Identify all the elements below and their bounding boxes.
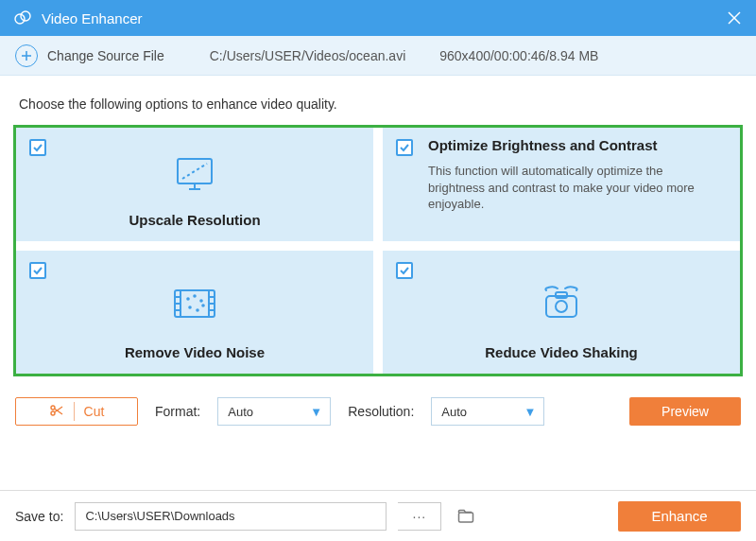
cut-divider xyxy=(74,402,75,421)
checkbox-noise[interactable] xyxy=(29,262,46,279)
noise-icon xyxy=(33,262,356,344)
checkbox-optimize[interactable] xyxy=(396,139,413,156)
resolution-label: Resolution: xyxy=(348,404,414,419)
svg-point-27 xyxy=(556,301,567,312)
checkbox-upscale[interactable] xyxy=(29,139,46,156)
source-file-path: C:/Users/USER/Videos/ocean.avi xyxy=(210,48,406,63)
app-title: Video Enhancer xyxy=(42,10,142,26)
shaking-icon xyxy=(400,262,723,344)
preview-label: Preview xyxy=(662,404,709,419)
option-optimize-desc: This function will automatically optimiz… xyxy=(428,163,723,213)
caret-down-icon: ▼ xyxy=(310,405,322,419)
open-folder-button[interactable] xyxy=(453,503,479,530)
format-value: Auto xyxy=(228,405,253,419)
svg-point-23 xyxy=(197,309,198,311)
add-source-button[interactable] xyxy=(15,44,38,67)
titlebar: Video Enhancer xyxy=(0,0,756,36)
option-optimize-title: Optimize Brightness and Contrast xyxy=(428,137,723,157)
controls-row: Cut Format: Auto ▼ Resolution: Auto ▼ Pr… xyxy=(0,376,756,426)
source-bar: Change Source File C:/Users/USER/Videos/… xyxy=(0,36,756,76)
option-remove-noise[interactable]: Remove Video Noise xyxy=(16,251,373,374)
preview-button[interactable]: Preview xyxy=(629,397,741,426)
svg-point-0 xyxy=(15,14,25,24)
svg-rect-6 xyxy=(178,159,212,183)
svg-line-7 xyxy=(182,164,207,179)
bottom-bar: Save to: C:\Users\USER\Downloads ··· Enh… xyxy=(0,490,756,541)
close-button[interactable] xyxy=(726,9,743,26)
option-upscale-title: Upscale Resolution xyxy=(33,212,356,232)
checkbox-shaking[interactable] xyxy=(396,262,413,279)
save-path-value: C:\Users\USER\Downloads xyxy=(85,509,234,523)
browse-label: ··· xyxy=(413,509,427,524)
format-label: Format: xyxy=(155,404,200,419)
options-highlight-frame: Upscale Resolution Optimize Brightness a… xyxy=(13,125,743,376)
svg-point-1 xyxy=(21,11,30,21)
svg-rect-25 xyxy=(546,296,576,317)
save-path-field[interactable]: C:\Users\USER\Downloads xyxy=(75,502,387,531)
enhance-button[interactable]: Enhance xyxy=(618,501,741,532)
saveto-label: Save to: xyxy=(15,509,63,524)
svg-point-22 xyxy=(189,306,191,308)
svg-point-20 xyxy=(194,295,196,297)
instruction-text: Choose the following options to enhance … xyxy=(0,76,756,125)
option-optimize-brightness[interactable]: Optimize Brightness and Contrast This fu… xyxy=(383,128,740,241)
options-grid: Upscale Resolution Optimize Brightness a… xyxy=(16,128,740,374)
svg-point-24 xyxy=(202,305,204,306)
option-shaking-title: Reduce Video Shaking xyxy=(400,344,723,364)
scissors-icon xyxy=(49,403,64,421)
enhance-label: Enhance xyxy=(651,508,707,524)
cut-button[interactable]: Cut xyxy=(15,397,138,426)
svg-rect-32 xyxy=(459,513,473,522)
caret-down-icon: ▼ xyxy=(524,405,536,419)
source-file-meta: 960x400/00:00:46/8.94 MB xyxy=(439,48,598,63)
app-icon xyxy=(13,9,32,27)
option-upscale-resolution[interactable]: Upscale Resolution xyxy=(16,128,373,241)
change-source-link[interactable]: Change Source File xyxy=(47,48,164,63)
browse-button[interactable]: ··· xyxy=(398,502,441,531)
upscale-icon xyxy=(33,139,356,212)
format-select[interactable]: Auto ▼ xyxy=(217,397,331,426)
cut-label: Cut xyxy=(84,404,105,419)
svg-point-21 xyxy=(200,300,202,302)
resolution-value: Auto xyxy=(441,405,467,419)
option-noise-title: Remove Video Noise xyxy=(33,344,356,364)
resolution-select[interactable]: Auto ▼ xyxy=(431,397,544,426)
svg-point-19 xyxy=(187,298,189,300)
option-reduce-shaking[interactable]: Reduce Video Shaking xyxy=(383,251,740,374)
